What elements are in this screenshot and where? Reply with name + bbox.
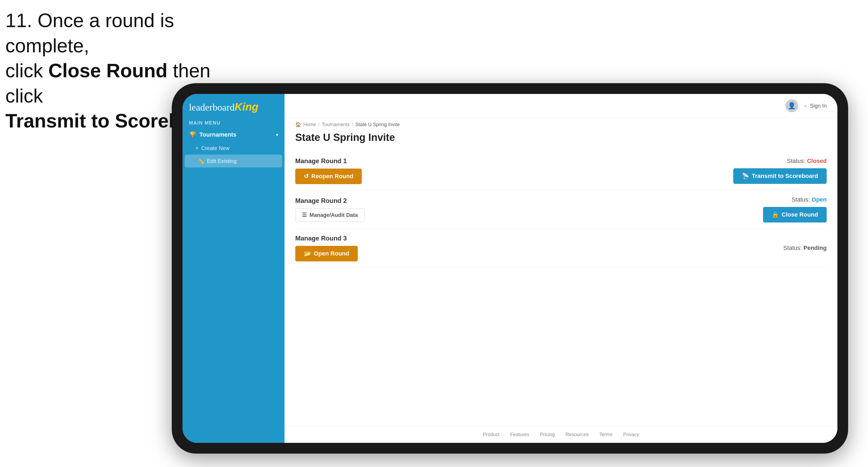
chevron-down-icon: ▾ <box>276 132 278 137</box>
sidebar-item-edit-existing[interactable]: ✏️ Edit Existing <box>185 155 282 167</box>
round-1-section: Manage Round 1 ↺ Reopen Round Status: Cl… <box>295 151 827 190</box>
app-container: leaderboardKing MAIN MENU 🏆 Tournaments … <box>183 94 837 443</box>
footer-terms[interactable]: Terms <box>599 432 613 437</box>
breadcrumb-current: State U Spring Invite <box>355 122 400 127</box>
footer-privacy[interactable]: Privacy <box>623 432 639 437</box>
logo-area: leaderboardKing <box>183 94 284 118</box>
round-2-section: Manage Round 2 ☰ Manage/Audit Data Statu… <box>295 190 827 229</box>
user-avatar: 👤 <box>785 99 798 112</box>
main-content: 👤 → Sign In 🏠 Home / Tournaments / State… <box>284 94 837 443</box>
transmit-icon: 📡 <box>742 173 749 180</box>
edit-icon: ✏️ <box>197 158 204 164</box>
close-round-icon: 🔒 <box>772 211 779 218</box>
tablet-device: leaderboardKing MAIN MENU 🏆 Tournaments … <box>172 83 848 454</box>
sign-in-button[interactable]: → Sign In <box>803 103 827 109</box>
footer-resources[interactable]: Resources <box>565 432 589 437</box>
sidebar: leaderboardKing MAIN MENU 🏆 Tournaments … <box>183 94 284 443</box>
close-round-button[interactable]: 🔒 Close Round <box>763 207 827 222</box>
footer-product[interactable]: Product <box>483 432 499 437</box>
open-round-button[interactable]: 📂 Open Round <box>295 246 358 261</box>
breadcrumb-tournaments[interactable]: Tournaments <box>322 122 350 127</box>
round-3-title: Manage Round 3 <box>295 235 358 242</box>
footer-pricing[interactable]: Pricing <box>540 432 555 437</box>
round-3-status: Status: Pending <box>783 245 827 251</box>
round-1-title: Manage Round 1 <box>295 157 362 165</box>
manage-audit-button[interactable]: ☰ Manage/Audit Data <box>295 208 365 222</box>
top-bar: 👤 → Sign In <box>284 94 837 118</box>
round-2-status: Status: Open <box>792 196 827 203</box>
main-menu-label: MAIN MENU <box>183 118 284 127</box>
open-round-icon: 📂 <box>304 250 311 257</box>
breadcrumb-home[interactable]: Home <box>303 122 316 127</box>
round-1-status: Status: Closed <box>787 158 827 164</box>
audit-icon: ☰ <box>302 212 307 218</box>
sidebar-item-create-new[interactable]: + Create New <box>183 142 284 155</box>
plus-icon: + <box>195 145 198 151</box>
footer: Product Features Pricing Resources Terms… <box>284 426 837 443</box>
page-body: State U Spring Invite Manage Round 1 ↺ R… <box>284 129 837 426</box>
round-3-section: Manage Round 3 📂 Open Round Status: Pend… <box>295 229 827 268</box>
app-logo: leaderboardKing <box>189 101 258 112</box>
transmit-scoreboard-button[interactable]: 📡 Transmit to Scoreboard <box>733 168 827 184</box>
breadcrumb: 🏠 Home / Tournaments / State U Spring In… <box>284 118 837 129</box>
footer-features[interactable]: Features <box>510 432 529 437</box>
round-2-title: Manage Round 2 <box>295 197 365 205</box>
reopen-icon: ↺ <box>304 173 309 180</box>
sign-in-icon: → <box>803 103 808 109</box>
page-title: State U Spring Invite <box>295 132 827 143</box>
home-icon: 🏠 <box>295 122 301 127</box>
tablet-screen: leaderboardKing MAIN MENU 🏆 Tournaments … <box>183 94 837 443</box>
reopen-round-button[interactable]: ↺ Reopen Round <box>295 168 362 184</box>
sidebar-item-tournaments[interactable]: 🏆 Tournaments ▾ <box>183 127 284 142</box>
trophy-icon: 🏆 <box>189 131 196 138</box>
